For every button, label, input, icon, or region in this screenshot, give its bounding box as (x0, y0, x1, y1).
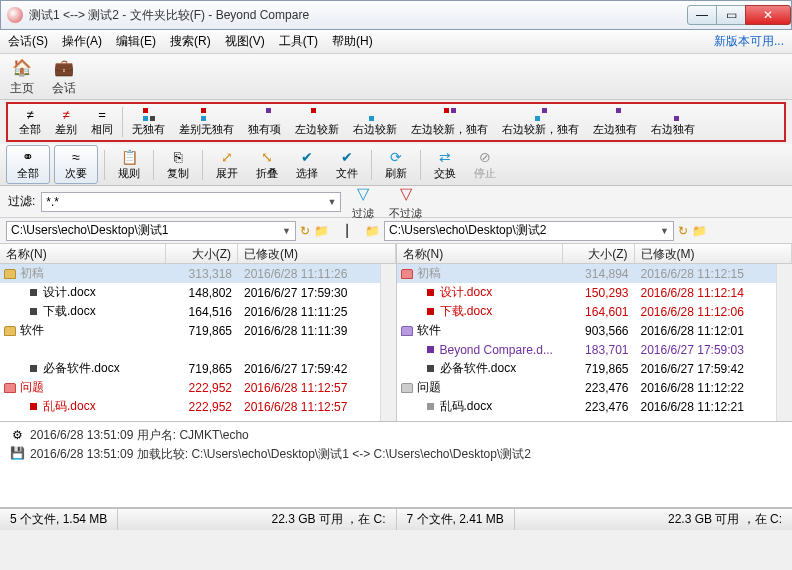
menu-edit[interactable]: 编辑(E) (116, 33, 156, 50)
col-size[interactable]: 大小(Z) (166, 244, 238, 263)
files-icon: ✔ (337, 148, 357, 166)
right-browse-button[interactable]: 📁 (365, 224, 380, 238)
filter-3[interactable]: 无独有 (125, 107, 172, 138)
table-row[interactable]: 下载.docx164,5162016/6/28 11:11:25 (0, 302, 396, 321)
new-version-link[interactable]: 新版本可用... (714, 33, 784, 50)
diff-marker (30, 403, 37, 410)
table-row[interactable] (0, 340, 396, 359)
folder-icon (4, 326, 16, 336)
save-icon[interactable]: 💾 (10, 446, 25, 460)
menu-session[interactable]: 会话(S) (8, 33, 48, 50)
home-button[interactable]: 🏠 主页 (6, 55, 38, 99)
session-button[interactable]: 💼 会话 (48, 55, 80, 99)
session-label: 会话 (52, 80, 76, 97)
log-line: 2016/6/28 13:51:09 加载比较: C:\Users\echo\D… (28, 445, 786, 464)
close-button[interactable]: ✕ (745, 5, 791, 25)
table-row[interactable]: 乱码.docx223,4762016/6/28 11:12:21 (397, 397, 793, 416)
table-row[interactable]: 问题223,4762016/6/28 11:12:22 (397, 378, 793, 397)
table-row[interactable]: 设计.docx150,2932016/6/28 11:12:14 (397, 283, 793, 302)
left-pane: 名称(N) 大小(Z) 已修改(M) 初稿313,3182016/6/28 11… (0, 244, 397, 421)
left-browse-button[interactable]: 📁 (314, 224, 329, 238)
select-button[interactable]: ✔选择 (289, 145, 325, 184)
title-bar: 测试1 <--> 测试2 - 文件夹比较(F) - Beyond Compare… (0, 0, 792, 30)
filter-0[interactable]: ≠全部 (12, 106, 48, 138)
table-row[interactable]: 初稿313,3182016/6/28 11:11:26 (0, 264, 396, 283)
minor-button[interactable]: ≈次要 (54, 145, 98, 184)
gear-icon[interactable]: ⚙ (12, 428, 23, 442)
swap-button[interactable]: ⇄交换 (427, 145, 463, 184)
filter-11[interactable]: 右边独有 (644, 107, 702, 138)
diff-marker (30, 308, 37, 315)
col-size[interactable]: 大小(Z) (563, 244, 635, 263)
table-row[interactable]: 设计.docx148,8022016/6/27 17:59:30 (0, 283, 396, 302)
right-history-button[interactable]: ↻ (678, 224, 688, 238)
table-row[interactable]: 必备软件.docx719,8652016/6/27 17:59:42 (397, 359, 793, 378)
diff-marker (30, 365, 37, 372)
filter-6[interactable]: 左边较新 (288, 107, 346, 138)
filter-7[interactable]: 右边较新 (346, 107, 404, 138)
col-modified[interactable]: 已修改(M) (635, 244, 793, 263)
table-row[interactable]: 问题222,9522016/6/28 11:12:57 (0, 378, 396, 397)
col-name[interactable]: 名称(N) (397, 244, 563, 263)
filter-10[interactable]: 左边独有 (586, 107, 644, 138)
menu-search[interactable]: 搜索(R) (170, 33, 211, 50)
no-filter-button[interactable]: ▽不过滤 (385, 181, 426, 223)
filter-5[interactable]: 独有项 (241, 107, 288, 138)
menu-tools[interactable]: 工具(T) (279, 33, 318, 50)
table-row[interactable]: 必备软件.docx719,8652016/6/27 17:59:42 (0, 359, 396, 378)
copy-button[interactable]: ⎘复制 (160, 145, 196, 184)
log-pane: ⚙ 💾 2016/6/28 13:51:09 用户名: CJMKT\echo 2… (0, 422, 792, 508)
col-modified[interactable]: 已修改(M) (238, 244, 396, 263)
table-row[interactable]: Beyond Compare.d...183,7012016/6/27 17:5… (397, 340, 793, 359)
filter-2[interactable]: =相同 (84, 106, 120, 138)
log-line: 2016/6/28 13:51:09 用户名: CJMKT\echo (28, 426, 786, 445)
table-row[interactable]: 乱码.docx222,9522016/6/28 11:12:57 (0, 397, 396, 416)
folder-icon (4, 383, 16, 393)
minimize-button[interactable]: — (687, 5, 717, 25)
filter-9[interactable]: 右边较新，独有 (495, 107, 586, 138)
all-button[interactable]: ⚭全部 (6, 145, 50, 184)
home-label: 主页 (10, 80, 34, 97)
maximize-button[interactable]: ▭ (716, 5, 746, 25)
diff-marker (427, 403, 434, 410)
table-row[interactable]: 软件903,5662016/6/28 11:12:01 (397, 321, 793, 340)
right-pane: 名称(N) 大小(Z) 已修改(M) 初稿314,8942016/6/28 11… (397, 244, 793, 421)
col-name[interactable]: 名称(N) (0, 244, 166, 263)
refresh-button[interactable]: ⟳刷新 (378, 145, 414, 184)
menu-view[interactable]: 视图(V) (225, 33, 265, 50)
files-button[interactable]: ✔文件 (329, 145, 365, 184)
refresh-icon: ⟳ (386, 148, 406, 166)
link-icon: ⚭ (18, 148, 38, 166)
diff-marker (427, 365, 434, 372)
display-filter-toolbar: ≠全部≠差别=相同无独有差别无独有独有项左边较新右边较新左边较新，独有右边较新，… (6, 102, 786, 142)
filter-combo[interactable]: *.*▼ (41, 192, 341, 212)
filter-4[interactable]: 差别无独有 (172, 107, 241, 138)
folder-icon (401, 326, 413, 336)
collapse-button[interactable]: ⤡折叠 (249, 145, 285, 184)
left-history-button[interactable]: ↻ (300, 224, 310, 238)
expand-button[interactable]: ⤢展开 (209, 145, 245, 184)
filter-1[interactable]: ≠差别 (48, 106, 84, 138)
table-row[interactable]: 初稿314,8942016/6/28 11:12:15 (397, 264, 793, 283)
main-toolbar: 🏠 主页 💼 会话 (0, 54, 792, 100)
rules-button[interactable]: 📋规则 (111, 145, 147, 184)
right-browse2-button[interactable]: 📁 (692, 224, 707, 238)
right-scrollbar[interactable] (776, 264, 792, 421)
swap-icon: ⇄ (435, 148, 455, 166)
right-path-combo[interactable]: C:\Users\echo\Desktop\测试2▼ (384, 221, 674, 241)
funnel-off-icon: ▽ (394, 183, 418, 205)
left-scrollbar[interactable] (380, 264, 396, 421)
status-left-count: 5 个文件, 1.54 MB (0, 509, 118, 530)
apply-filter-button[interactable]: ▽过滤 (347, 181, 379, 223)
right-column-header: 名称(N) 大小(Z) 已修改(M) (397, 244, 793, 264)
expand-icon: ⤢ (217, 148, 237, 166)
table-row[interactable]: 软件719,8652016/6/28 11:11:39 (0, 321, 396, 340)
menu-help[interactable]: 帮助(H) (332, 33, 373, 50)
diff-marker (427, 346, 434, 353)
menu-actions[interactable]: 操作(A) (62, 33, 102, 50)
filter-8[interactable]: 左边较新，独有 (404, 107, 495, 138)
table-row[interactable]: 下载.docx164,6012016/6/28 11:12:06 (397, 302, 793, 321)
left-path-combo[interactable]: C:\Users\echo\Desktop\测试1▼ (6, 221, 296, 241)
diff-marker (427, 289, 434, 296)
divider-icon: ⎮ (344, 224, 350, 238)
